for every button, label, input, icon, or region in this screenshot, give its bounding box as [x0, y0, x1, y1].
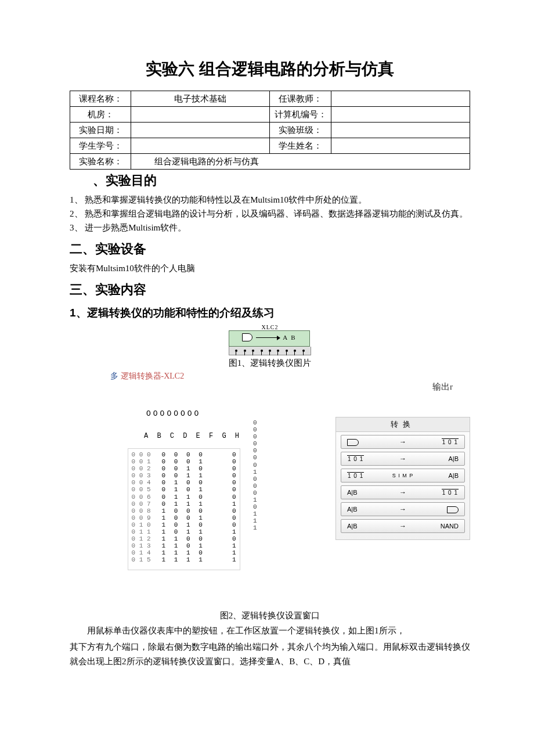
truth-row: 0 0 50 1 0 10 [132, 486, 236, 493]
xlc2-icon: A B [229, 330, 310, 347]
cell: 任课教师： [270, 91, 331, 107]
cell [331, 107, 470, 123]
truthtable-icon: 1 0 1 [442, 438, 459, 445]
btn-circuit-to-tt[interactable]: → 1 0 1 [341, 435, 465, 449]
paragraph: 其下方有九个端口，除最右侧为数字电路的输出端口外，其余八个均为输入端口。用鼠标双… [70, 640, 470, 669]
arrow-icon: → [399, 488, 406, 496]
xlc2-ports [229, 347, 311, 355]
cell: 实验日期： [70, 123, 131, 138]
truth-row: 0 1 21 1 0 00 [132, 535, 236, 542]
btn-expr-to-tt[interactable]: A|B → 1 0 1 [341, 485, 465, 499]
truthtable-icon: 1 0 1 [347, 472, 364, 479]
truth-row: 0 0 40 1 0 00 [132, 479, 236, 486]
expr-label: A|B [347, 506, 382, 513]
truth-header-o: OOOOOOOO [104, 410, 241, 418]
sec1-item: 3、 进一步熟悉Multisim软件。 [70, 221, 470, 235]
cell [331, 123, 470, 138]
truth-row: 0 1 51 1 1 11 [132, 556, 236, 563]
cell: 计算机编号： [270, 107, 331, 123]
section-2-heading: 二、实验设备 [70, 240, 470, 258]
sec1-item: 1、 熟悉和掌握逻辑转换仪的功能和特性以及在Multsim10软件中所处的位置。 [70, 193, 470, 207]
cell [331, 138, 470, 154]
arrow-icon: → [399, 455, 406, 463]
truthtable-icon: 1 0 1 [442, 489, 459, 496]
xlc2-label: XLC2 [229, 324, 311, 330]
btn-expr-to-nand[interactable]: A|B → NAND [341, 519, 465, 533]
section-1-heading: 、实验目的 [70, 172, 470, 189]
fig2-caption: 图2、逻辑转换仪设置窗口 [70, 610, 470, 621]
info-table: 课程名称： 电子技术基础 任课教师： 机房： 计算机编号： 实验日期： 实验班级… [70, 91, 470, 170]
gate-icon [447, 506, 459, 513]
section-3-sub1: 1、逻辑转换仪的功能和特性的介绍及练习 [70, 305, 470, 321]
fig1-caption: 图1、逻辑转换仪图片 [70, 358, 470, 369]
cell: 学生姓名： [270, 138, 331, 154]
truth-row: 0 1 01 0 1 00 [132, 521, 236, 528]
conversion-panel: 转换 → 1 0 1 1 0 1 → A|B 1 0 1 S I M P A|B… [335, 417, 470, 540]
sec1-item: 2、 熟悉和掌握组合逻辑电路的设计与分析，以及编码器、译码器、数据选择器逻辑功能… [70, 207, 470, 221]
gate-icon [242, 333, 252, 341]
cell [131, 123, 270, 138]
conversion-header: 转换 [336, 417, 470, 432]
expr-label: A|B [347, 489, 382, 496]
truth-table: OOOOOOOO A B C D E F G H 0 0 00 0 0 000 … [104, 396, 241, 579]
truth-row: 0 0 60 1 1 00 [132, 494, 236, 501]
doc-title: 实验六 组合逻辑电路的分析与仿真 [70, 58, 470, 80]
simp-label: S I M P [392, 473, 414, 478]
cell [131, 107, 270, 123]
truth-header-abc: A B C D E F G H [104, 433, 241, 440]
btn-tt-to-expr[interactable]: 1 0 1 → A|B [341, 452, 465, 466]
expr-label: A|B [424, 455, 459, 462]
cell: 组合逻辑电路的分析与仿真 [131, 154, 470, 170]
truth-row: 0 0 30 0 1 10 [132, 472, 236, 479]
fig2-window-title: 多 逻辑转换器-XLC2 [110, 371, 470, 381]
cell [131, 138, 270, 154]
fig2-body: OOOOOOOO A B C D E F G H 0 0 00 0 0 000 … [70, 396, 470, 579]
truth-row: 0 0 10 0 0 10 [132, 458, 236, 465]
truthtable-icon: 1 0 1 [347, 455, 364, 462]
cell: 实验班级： [270, 123, 331, 138]
truth-row: 0 0 00 0 0 00 [132, 451, 236, 458]
fig2-output-label: 输出r [70, 381, 470, 393]
truth-row: 0 1 31 1 0 11 [132, 542, 236, 549]
sec2-body: 安装有Multsim10软件的个人电脑 [70, 261, 470, 275]
arrow-icon: → [399, 505, 406, 513]
cell [331, 91, 470, 107]
cell: 学生学号： [70, 138, 131, 154]
ab-label: A B [283, 334, 296, 341]
cell: 电子技术基础 [131, 91, 270, 107]
cell: 实验名称： [70, 154, 131, 170]
truth-row: 0 0 20 0 1 00 [132, 465, 236, 472]
truth-row: 0 0 91 0 0 10 [132, 514, 236, 521]
cell: 机房： [70, 107, 131, 123]
truth-row: 0 1 41 1 1 01 [132, 549, 236, 556]
truth-row: 0 0 81 0 0 00 [132, 507, 236, 514]
gate-icon [347, 439, 359, 446]
truth-output-col: 0 0 0 0 0 0 0 1 0 0 0 1 0 1 1 1 [253, 419, 257, 532]
expr-label: A|B [424, 472, 459, 479]
btn-tt-simp-expr[interactable]: 1 0 1 S I M P A|B [341, 469, 465, 483]
arrow-icon: → [399, 522, 406, 530]
xlc2-figure: XLC2 A B [229, 323, 311, 355]
truth-row: 0 0 70 1 1 11 [132, 501, 236, 507]
btn-expr-to-circuit[interactable]: A|B → [341, 502, 465, 516]
truth-row: 0 1 11 0 1 11 [132, 528, 236, 535]
expr-label: A|B [347, 523, 382, 530]
paragraph: 用鼠标单击仪器仪表库中的塑按钮，在工作区放置一个逻辑转换仪，如上图1所示， [70, 624, 470, 639]
section-3-heading: 三、实验内容 [70, 281, 470, 298]
nand-label: NAND [424, 523, 459, 530]
cell: 课程名称： [70, 91, 131, 107]
arrow-icon: → [399, 438, 406, 446]
arrow-icon [256, 337, 279, 338]
